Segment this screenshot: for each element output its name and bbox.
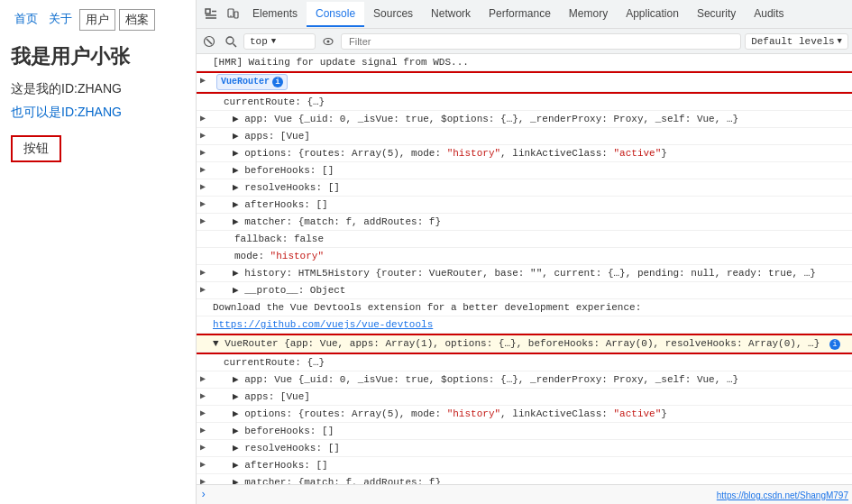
apps-line[interactable]: ▶ ▶ apps: [Vue] xyxy=(197,128,852,145)
fallback-line: fallback: false xyxy=(197,231,852,248)
left-panel: 首页 关于 用户 档案 我是用户小张 这是我的ID:ZHANG 也可以是ID:Z… xyxy=(0,0,197,504)
devtools-tab-bar: Elements Console Sources Network Perform… xyxy=(197,0,852,29)
vue-router-badge-1: VueRouter i xyxy=(216,74,288,90)
chevron-down-icon: ▼ xyxy=(271,37,276,46)
svg-rect-5 xyxy=(234,12,238,18)
inspect-icon[interactable] xyxy=(200,4,222,25)
arrow-options: ▶ xyxy=(200,146,206,160)
proto-line[interactable]: ▶ ▶ __proto__: Object xyxy=(197,282,852,299)
arrow-matcher: ▶ xyxy=(200,215,206,229)
expand-arrow-1: ▶ xyxy=(200,74,206,88)
after-hooks-line-2: ▶ ▶ afterHooks: [] xyxy=(197,457,852,474)
prompt-icon: › xyxy=(200,489,206,501)
watermark-link[interactable]: https://blog.csdn.net/ShangM797 xyxy=(717,490,848,500)
apps-text: ▶ apps: [Vue] xyxy=(224,131,310,142)
log-levels-button[interactable]: Default levels ▼ xyxy=(745,33,848,50)
apps-line-2[interactable]: ▶ ▶ apps: [Vue] xyxy=(197,389,852,406)
devtools-msg-line: Download the Vue Devtools extension for … xyxy=(197,299,852,316)
nav-home[interactable]: 首页 xyxy=(11,9,41,31)
app-text: ▶ app: Vue {_uid: 0, _isVue: true, $opti… xyxy=(224,114,738,124)
nav-links: 首页 关于 用户 档案 xyxy=(11,9,185,31)
devtools-msg-text: Download the Vue Devtools extension for … xyxy=(213,302,641,313)
devtools: Elements Console Sources Network Perform… xyxy=(197,0,852,504)
mode-line: mode: "history" xyxy=(197,248,852,265)
nav-archive[interactable]: 档案 xyxy=(119,9,155,31)
action-button[interactable]: 按钮 xyxy=(11,135,61,162)
tab-application[interactable]: Application xyxy=(617,2,688,27)
before-hooks-line: ▶ ▶ beforeHooks: [] xyxy=(197,162,852,179)
tab-network[interactable]: Network xyxy=(422,2,480,27)
info-icon-1: i xyxy=(272,77,283,87)
tab-elements[interactable]: Elements xyxy=(243,2,307,27)
arrow-apps: ▶ xyxy=(200,129,206,143)
options-line[interactable]: ▶ ▶ options: {routes: Array(5), mode: "h… xyxy=(197,145,852,162)
arrow-apps2: ▶ xyxy=(200,389,206,404)
eye-icon[interactable] xyxy=(319,32,337,50)
svg-point-12 xyxy=(327,40,330,42)
resolve-hooks-line: ▶ ▶ resolveHooks: [] xyxy=(197,179,852,197)
console-toolbar: top ▼ Default levels ▼ xyxy=(197,29,852,54)
devtools-panel: Elements Console Sources Network Perform… xyxy=(197,0,852,504)
resolve-hooks-line-2: ▶ ▶ resolveHooks: [] xyxy=(197,440,852,457)
svg-rect-0 xyxy=(206,9,210,14)
clear-console-icon[interactable] xyxy=(200,32,218,50)
tab-audits[interactable]: Audits xyxy=(745,2,792,27)
matcher-line[interactable]: ▶ ▶ matcher: {match: f, addRoutes: f} xyxy=(197,214,852,231)
current-route-text: currentRoute: {…} xyxy=(224,96,325,107)
context-selector[interactable]: top ▼ xyxy=(243,33,316,50)
arrow-options2: ▶ xyxy=(200,407,206,421)
devtools-link[interactable]: https://github.com/vuejs/vue-devtools xyxy=(213,319,433,330)
vue-router-line-1[interactable]: ▶ VueRouter i xyxy=(197,73,852,92)
tab-console[interactable]: Console xyxy=(307,2,364,27)
options-line-2[interactable]: ▶ ▶ options: {routes: Array(5), mode: "h… xyxy=(197,406,852,423)
vue-router-line-2[interactable]: ▼ VueRouter {app: Vue, apps: Array(1), o… xyxy=(197,335,852,353)
svg-point-9 xyxy=(226,37,234,44)
page-title: 我是用户小张 xyxy=(11,45,185,69)
filter-icon[interactable] xyxy=(222,32,240,50)
id-text: 这是我的ID:ZHANG xyxy=(11,81,185,97)
filter-input[interactable] xyxy=(341,33,741,50)
arrow-app: ▶ xyxy=(200,112,206,126)
levels-label: Default levels xyxy=(751,36,834,47)
svg-line-8 xyxy=(206,39,212,44)
before-hooks-line-2: ▶ ▶ beforeHooks: [] xyxy=(197,423,852,440)
vue-router-expanded-text: ▼ VueRouter {app: Vue, apps: Array(1), o… xyxy=(213,338,826,349)
arrow-history: ▶ xyxy=(200,266,206,280)
after-hooks-line: ▶ ▶ afterHooks: [] xyxy=(197,197,852,214)
arrow-app2: ▶ xyxy=(200,372,206,387)
history-line[interactable]: ▶ ▶ history: HTML5History {router: VueRo… xyxy=(197,265,852,282)
nav-about[interactable]: 关于 xyxy=(45,9,76,31)
tab-performance[interactable]: Performance xyxy=(480,2,560,27)
chevron-down-icon: ▼ xyxy=(838,37,842,46)
context-value: top xyxy=(250,36,268,47)
hmr-text: [HMR] Waiting for update signal from WDS… xyxy=(213,57,469,68)
current-route-line-2: currentRoute: {…} xyxy=(197,354,852,371)
matcher-line-2[interactable]: ▶ ▶ matcher: {match: f, addRoutes: f} xyxy=(197,474,852,484)
tab-security[interactable]: Security xyxy=(688,2,745,27)
app-line[interactable]: ▶ ▶ app: Vue {_uid: 0, _isVue: true, $op… xyxy=(197,111,852,128)
info-icon-2: i xyxy=(829,339,840,350)
tab-memory[interactable]: Memory xyxy=(560,2,617,27)
arrow-resolve: ▶ xyxy=(200,180,206,195)
device-icon[interactable] xyxy=(222,4,243,25)
console-output: [HMR] Waiting for update signal from WDS… xyxy=(197,54,852,484)
current-route-line: currentRoute: {…} xyxy=(197,94,852,111)
id-alt-text: 也可以是ID:ZHANG xyxy=(11,105,185,121)
tab-sources[interactable]: Sources xyxy=(364,2,422,27)
app-line-2[interactable]: ▶ ▶ app: Vue {_uid: 0, _isVue: true, $op… xyxy=(197,371,852,389)
arrow-before: ▶ xyxy=(200,163,206,178)
svg-line-10 xyxy=(234,43,237,47)
arrow-proto: ▶ xyxy=(200,283,206,298)
options-text: ▶ options: {routes: Array(5), mode: "his… xyxy=(224,148,667,159)
nav-user[interactable]: 用户 xyxy=(79,9,115,31)
arrow-after: ▶ xyxy=(200,197,206,212)
devtools-link-line: https://github.com/vuejs/vue-devtools xyxy=(197,316,852,334)
console-line-hmr: [HMR] Waiting for update signal from WDS… xyxy=(197,54,852,71)
